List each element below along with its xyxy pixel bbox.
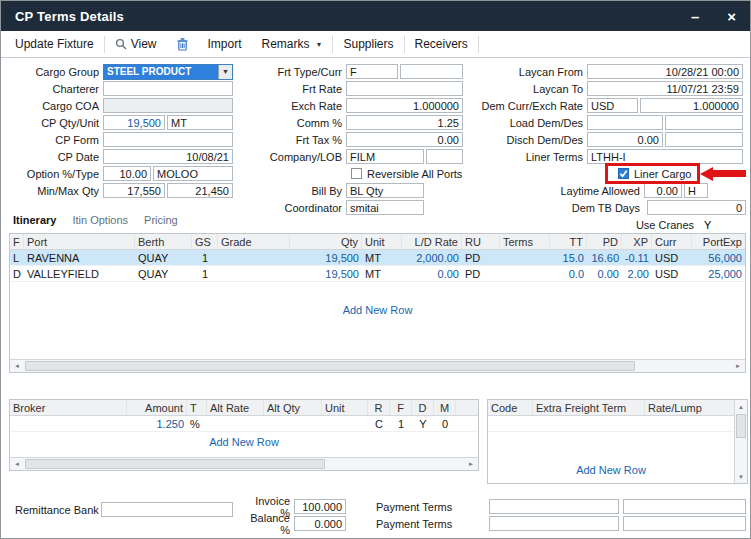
- col-header-grade[interactable]: Grade: [218, 234, 290, 249]
- option-pct-input[interactable]: 10.00: [103, 166, 151, 181]
- remarks-button[interactable]: Remarks ▼: [252, 31, 333, 57]
- cp-date-input[interactable]: 10/08/21: [103, 149, 233, 164]
- col-header-broker[interactable]: Broker: [10, 400, 127, 415]
- view-button[interactable]: View: [105, 31, 167, 57]
- cell-broker[interactable]: [10, 416, 127, 431]
- invoice-pct-input[interactable]: 100.000: [294, 499, 346, 514]
- scroll-left-icon[interactable]: ◄: [10, 360, 24, 372]
- frt-rate-input[interactable]: [346, 81, 463, 96]
- comm-pct-input[interactable]: 1.25: [346, 115, 463, 130]
- option-type-input[interactable]: MOLOO: [153, 166, 233, 181]
- cell-curr[interactable]: USD: [652, 266, 692, 281]
- col-header-amount[interactable]: Amount: [127, 400, 187, 415]
- coordinator-input[interactable]: smitai: [346, 200, 424, 215]
- scrollbar-thumb[interactable]: [736, 414, 746, 438]
- load-des-input[interactable]: [665, 115, 743, 130]
- scroll-up-icon[interactable]: ▲: [735, 400, 747, 413]
- payment-terms-input-1[interactable]: [489, 499, 619, 514]
- exch-rate-input[interactable]: 1.000000: [346, 98, 463, 113]
- extra-freight-vertical-scrollbar[interactable]: ▲ ▼: [734, 400, 747, 483]
- col-header-berth[interactable]: Berth: [135, 234, 192, 249]
- laytime-allowed-input[interactable]: 0.00: [644, 183, 682, 198]
- itinerary-add-new-row-link[interactable]: Add New Row: [10, 304, 745, 316]
- cell-gs[interactable]: 1: [192, 250, 218, 265]
- tab-itin-options[interactable]: Itin Options: [72, 214, 128, 226]
- cell-pd[interactable]: 0.00: [587, 266, 622, 281]
- remittance-bank-input[interactable]: [101, 502, 233, 517]
- cell-port[interactable]: VALLEYFIELD: [24, 266, 135, 281]
- cell-portexp[interactable]: 56,000: [692, 250, 745, 265]
- broker-row[interactable]: 1.250 % C 1 Y 0: [10, 416, 478, 432]
- update-fixture-button[interactable]: Update Fixture: [5, 31, 104, 57]
- cell-ld-rate[interactable]: 2,000.00: [402, 250, 462, 265]
- scroll-left-icon[interactable]: ◄: [10, 458, 24, 470]
- extra-freight-add-new-row-link[interactable]: Add New Row: [488, 464, 734, 476]
- cell-berth[interactable]: QUAY: [135, 266, 192, 281]
- scrollbar-thumb[interactable]: [25, 459, 325, 469]
- broker-horizontal-scrollbar[interactable]: ◄ ►: [10, 457, 478, 470]
- scroll-right-icon[interactable]: ►: [464, 458, 478, 470]
- col-header-unit[interactable]: Unit: [322, 400, 368, 415]
- reversible-all-ports-checkbox[interactable]: [351, 168, 362, 179]
- import-button[interactable]: Import: [198, 31, 252, 57]
- cell-grade[interactable]: [218, 266, 290, 281]
- col-header-d[interactable]: D: [412, 400, 434, 415]
- col-header-r[interactable]: R: [368, 400, 390, 415]
- col-header-alt-rate[interactable]: Alt Rate: [207, 400, 264, 415]
- cell-code[interactable]: [488, 416, 533, 431]
- cell-d[interactable]: Y: [412, 416, 434, 431]
- cell-xp[interactable]: -0.11: [622, 250, 652, 265]
- cell-alt-qty[interactable]: [264, 416, 322, 431]
- cell-f[interactable]: L: [10, 250, 24, 265]
- col-header-tt[interactable]: TT: [550, 234, 587, 249]
- itinerary-horizontal-scrollbar[interactable]: ◄ ►: [10, 359, 745, 372]
- frt-type-input[interactable]: F: [346, 64, 398, 79]
- minimize-button[interactable]: –: [691, 9, 699, 24]
- cell-unit[interactable]: MT: [362, 250, 402, 265]
- laytime-unit-input[interactable]: H: [684, 183, 708, 198]
- cell-tt[interactable]: 0.0: [550, 266, 587, 281]
- col-header-ld-rate[interactable]: L/D Rate: [402, 234, 462, 249]
- cell-t[interactable]: %: [187, 416, 207, 431]
- suppliers-button[interactable]: Suppliers: [333, 31, 403, 57]
- laycan-to-input[interactable]: 11/07/21 23:59: [587, 81, 743, 96]
- itinerary-row-1[interactable]: L RAVENNA QUAY 1 19,500 MT 2,000.00 PD 1…: [10, 250, 745, 266]
- lob-input[interactable]: [426, 149, 463, 164]
- disch-dem-input[interactable]: 0.00: [587, 132, 663, 147]
- charterer-input[interactable]: [103, 81, 233, 96]
- cell-ru[interactable]: PD: [462, 266, 500, 281]
- col-header-m[interactable]: M: [434, 400, 456, 415]
- cell-curr[interactable]: USD: [652, 250, 692, 265]
- col-header-rate-lump[interactable]: Rate/Lump: [645, 400, 734, 415]
- balance-pct-input[interactable]: 0.000: [294, 516, 346, 531]
- col-header-f[interactable]: F: [10, 234, 24, 249]
- cargo-group-select[interactable]: STEEL PRODUCT ▼: [103, 64, 233, 80]
- tab-pricing[interactable]: Pricing: [144, 214, 178, 226]
- frt-tax-pct-input[interactable]: 0.00: [346, 132, 463, 147]
- scroll-right-icon[interactable]: ►: [731, 360, 745, 372]
- cell-ld-rate[interactable]: 0.00: [402, 266, 462, 281]
- cell-qty[interactable]: 19,500: [290, 266, 362, 281]
- cell-rate-lump[interactable]: [645, 416, 734, 431]
- cp-unit-input[interactable]: MT: [167, 115, 233, 130]
- col-header-portexp[interactable]: PortExp: [692, 234, 745, 249]
- col-header-gs[interactable]: GS: [192, 234, 218, 249]
- scroll-down-icon[interactable]: ▼: [735, 470, 747, 483]
- scrollbar-thumb[interactable]: [25, 361, 635, 371]
- company-input[interactable]: FILM: [346, 149, 424, 164]
- max-qty-input[interactable]: 21,450: [167, 183, 233, 198]
- use-cranes-value[interactable]: Y: [704, 219, 711, 231]
- disch-des-input[interactable]: [665, 132, 743, 147]
- cell-ru[interactable]: PD: [462, 250, 500, 265]
- cell-unit[interactable]: [322, 416, 368, 431]
- cell-alt-rate[interactable]: [207, 416, 264, 431]
- col-header-f[interactable]: F: [390, 400, 412, 415]
- payment-terms-extra-input-2[interactable]: [623, 516, 746, 531]
- col-header-t[interactable]: T: [187, 400, 207, 415]
- col-header-port[interactable]: Port: [24, 234, 135, 249]
- col-header-pd[interactable]: PD: [587, 234, 622, 249]
- cell-unit[interactable]: MT: [362, 266, 402, 281]
- cell-xp[interactable]: 2.00: [622, 266, 652, 281]
- col-header-code[interactable]: Code: [488, 400, 533, 415]
- cell-qty[interactable]: 19,500: [290, 250, 362, 265]
